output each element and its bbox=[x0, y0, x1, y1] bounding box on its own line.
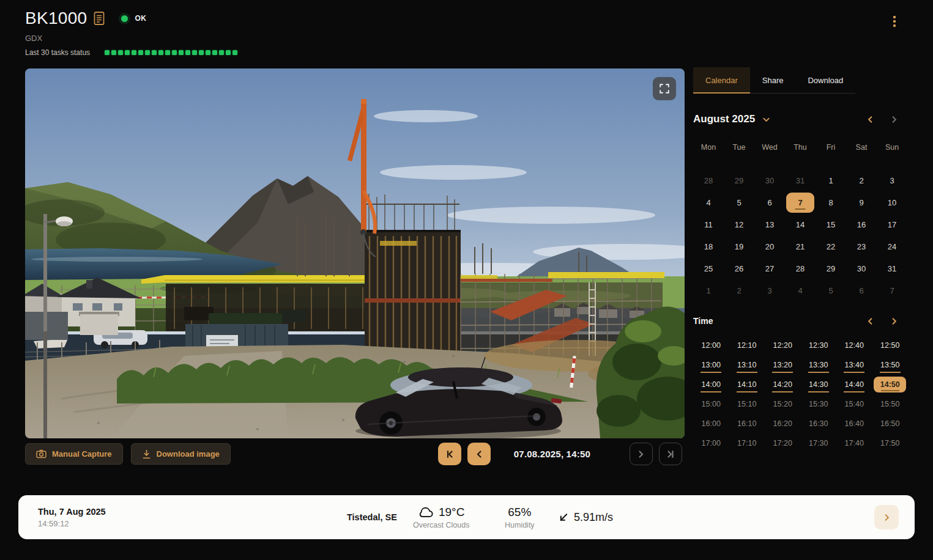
calendar-day[interactable]: 15 bbox=[816, 213, 846, 235]
time-slot[interactable]: 14:00 bbox=[693, 375, 729, 394]
month-dropdown[interactable] bbox=[762, 115, 771, 124]
calendar-day[interactable]: 8 bbox=[816, 191, 846, 213]
calendar-day[interactable]: 3 bbox=[877, 169, 907, 191]
calendar-day[interactable]: 10 bbox=[877, 191, 907, 213]
weather-condition: Overcast Clouds bbox=[413, 521, 469, 529]
calendar-day[interactable]: 28 bbox=[693, 169, 724, 191]
time-slot[interactable]: 12:30 bbox=[801, 336, 837, 355]
calendar-day[interactable]: 30 bbox=[846, 257, 877, 279]
calendar-day[interactable]: 31 bbox=[785, 169, 816, 191]
calendar-grid: 2829303112345678910111213141516171819202… bbox=[693, 169, 915, 301]
time-slot[interactable]: 13:30 bbox=[801, 355, 837, 375]
weather-next-button[interactable] bbox=[874, 505, 899, 529]
calendar-day[interactable]: 31 bbox=[877, 257, 907, 279]
download-icon bbox=[142, 449, 151, 459]
calendar-day[interactable]: 2 bbox=[846, 169, 877, 191]
calendar-month-label: August 2025 bbox=[693, 113, 755, 125]
time-section-label: Time bbox=[693, 316, 713, 326]
time-slot[interactable]: 14:20 bbox=[765, 375, 801, 394]
calendar-day[interactable]: 3 bbox=[754, 279, 785, 301]
task-status-square bbox=[165, 50, 170, 55]
time-slot: 15:40 bbox=[836, 394, 872, 414]
tab[interactable]: Download bbox=[795, 67, 855, 93]
chevron-last-icon bbox=[666, 449, 675, 459]
calendar-day[interactable]: 9 bbox=[846, 191, 877, 213]
time-slot: 15:00 bbox=[693, 394, 729, 414]
calendar-day[interactable]: 17 bbox=[877, 213, 907, 235]
status-dot-icon bbox=[121, 15, 128, 22]
time-slot: 16:10 bbox=[729, 414, 765, 433]
time-slot[interactable]: 13:40 bbox=[836, 355, 872, 375]
calendar-day[interactable]: 7 bbox=[786, 193, 814, 213]
time-slot: 16:50 bbox=[872, 414, 909, 433]
calendar-day[interactable]: 11 bbox=[693, 213, 724, 235]
time-slot[interactable]: 13:00 bbox=[693, 355, 729, 375]
chevron-down-icon bbox=[762, 115, 771, 124]
calendar-day[interactable]: 4 bbox=[785, 279, 816, 301]
calendar-day[interactable]: 20 bbox=[754, 235, 785, 257]
tab[interactable]: Share bbox=[750, 67, 796, 93]
calendar-day[interactable]: 24 bbox=[877, 235, 907, 257]
first-image-button[interactable] bbox=[438, 443, 461, 465]
time-slot[interactable]: 12:40 bbox=[836, 336, 872, 355]
calendar-day[interactable]: 19 bbox=[724, 235, 754, 257]
calendar-day[interactable]: 23 bbox=[846, 235, 877, 257]
calendar-day[interactable]: 21 bbox=[785, 235, 816, 257]
time-slot[interactable]: 13:20 bbox=[765, 355, 801, 375]
calendar-day[interactable]: 1 bbox=[816, 169, 846, 191]
calendar-day[interactable]: 7 bbox=[877, 279, 907, 301]
page-header: BK1000 OK GDX Last 30 tasks status bbox=[25, 9, 237, 57]
humidity-value: 65% bbox=[508, 506, 531, 519]
time-slot: 15:50 bbox=[872, 394, 909, 414]
download-image-button[interactable]: Download image bbox=[131, 443, 231, 465]
task-status-square bbox=[185, 50, 190, 55]
calendar-day[interactable]: 18 bbox=[693, 235, 724, 257]
calendar-day[interactable]: 13 bbox=[754, 213, 785, 235]
calendar-day[interactable]: 14 bbox=[785, 213, 816, 235]
weather-bar: Thu, 7 Aug 2025 14:59:12 Tistedal, SE 19… bbox=[18, 495, 915, 539]
weekday-label: Sat bbox=[846, 138, 877, 157]
calendar-day[interactable]: 5 bbox=[816, 279, 846, 301]
time-slot[interactable]: 12:20 bbox=[765, 336, 801, 355]
earlier-times-button[interactable] bbox=[866, 317, 875, 326]
tasks-status-label: Last 30 tasks status bbox=[25, 48, 90, 57]
calendar-day[interactable]: 30 bbox=[754, 169, 785, 191]
tab[interactable]: Calendar bbox=[693, 67, 750, 94]
calendar-day[interactable]: 28 bbox=[785, 257, 816, 279]
calendar-day[interactable]: 22 bbox=[816, 235, 846, 257]
time-slot[interactable]: 12:00 bbox=[693, 336, 729, 355]
previous-month-button[interactable] bbox=[866, 115, 875, 124]
chevron-first-icon bbox=[445, 449, 455, 459]
fullscreen-icon[interactable] bbox=[653, 77, 676, 100]
calendar-day[interactable]: 1 bbox=[693, 279, 724, 301]
time-slot[interactable]: 14:30 bbox=[801, 375, 837, 394]
time-slot[interactable]: 14:40 bbox=[836, 375, 872, 394]
calendar-day[interactable]: 5 bbox=[724, 191, 754, 213]
calendar-day[interactable]: 12 bbox=[724, 213, 754, 235]
calendar-day[interactable]: 25 bbox=[693, 257, 724, 279]
calendar-day[interactable]: 6 bbox=[754, 191, 785, 213]
time-slot: 17:30 bbox=[801, 433, 837, 453]
calendar-day[interactable]: 4 bbox=[693, 191, 724, 213]
task-status-square bbox=[111, 50, 116, 55]
time-slot[interactable]: 12:50 bbox=[872, 336, 909, 355]
time-slot[interactable]: 13:10 bbox=[729, 355, 765, 375]
calendar-day[interactable]: 6 bbox=[846, 279, 877, 301]
time-slot[interactable]: 12:10 bbox=[729, 336, 765, 355]
calendar-day[interactable]: 2 bbox=[724, 279, 754, 301]
time-slot[interactable]: 14:10 bbox=[729, 375, 765, 394]
calendar-day[interactable]: 16 bbox=[846, 213, 877, 235]
calendar-day[interactable]: 27 bbox=[754, 257, 785, 279]
document-icon[interactable] bbox=[93, 11, 105, 26]
calendar-day[interactable]: 26 bbox=[724, 257, 754, 279]
calendar-day[interactable]: 29 bbox=[724, 169, 754, 191]
calendar-day[interactable]: 29 bbox=[816, 257, 846, 279]
task-status-square bbox=[158, 50, 163, 55]
task-status-square bbox=[132, 50, 136, 55]
manual-capture-button[interactable]: Manual Capture bbox=[25, 443, 123, 465]
time-slot[interactable]: 14:50 bbox=[874, 377, 906, 392]
time-slot[interactable]: 13:50 bbox=[872, 355, 909, 375]
kebab-menu-icon[interactable] bbox=[888, 15, 901, 28]
later-times-button[interactable] bbox=[890, 317, 899, 326]
previous-image-button[interactable] bbox=[467, 443, 491, 465]
